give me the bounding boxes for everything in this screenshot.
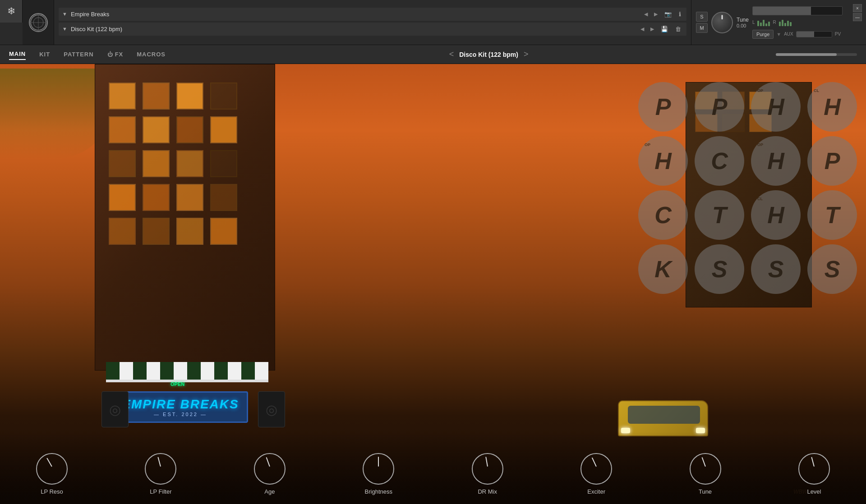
empire-sign-box: EMPIRE BREAKS — EST. 2022 — <box>113 391 248 423</box>
prev-preset[interactable]: ◀ <box>639 26 645 32</box>
purge-button[interactable]: Purge <box>752 30 774 39</box>
tune-bottom-label: Tune <box>699 488 712 495</box>
tune-bottom-knob[interactable] <box>690 453 721 485</box>
main-building <box>95 64 275 371</box>
lp-reso-knob[interactable] <box>36 453 68 485</box>
empire-sign-sub: — EST. 2022 — <box>121 412 240 417</box>
tab-fx[interactable]: ⏻ FX <box>107 49 124 60</box>
pad-letter-s3: S <box>825 256 840 283</box>
pad-letter-p2: P <box>712 93 728 120</box>
arrow-down-2[interactable]: ▼ <box>62 26 67 32</box>
next-preset[interactable]: ▶ <box>649 26 655 32</box>
pad-p3[interactable]: P <box>807 136 857 186</box>
window-cell <box>109 116 136 143</box>
knob-control-level: Level <box>798 453 830 495</box>
next-preset-nav[interactable]: > <box>524 50 529 59</box>
age-label: Age <box>264 488 275 495</box>
pad-h2-cl[interactable]: CL H <box>807 82 857 132</box>
window-cell <box>143 116 170 143</box>
pad-h5-cl[interactable]: CL H <box>751 190 801 240</box>
pad-letter-h1: H <box>767 93 784 120</box>
pad-s2[interactable]: S <box>751 244 801 294</box>
top-bar: ❄ ▼ Empire Breaks ◀ ▶ 📷 ℹ ▼ Disco Kit (1… <box>0 0 866 45</box>
main-content: EMPIRE BREAKS — EST. 2022 — OPEN WBW P <box>0 64 866 504</box>
aux-label: AUX <box>784 32 793 37</box>
delete-icon[interactable]: 🗑 <box>673 25 683 33</box>
logo-area <box>23 0 54 45</box>
pad-sub-op1: OP <box>757 88 763 93</box>
pad-p2[interactable]: P <box>695 82 744 132</box>
pad-sub-cl1: CL <box>814 88 819 93</box>
pad-letter-s2: S <box>768 256 784 283</box>
tune-value: 0.00 <box>737 23 746 28</box>
pad-letter-p3: P <box>825 147 840 174</box>
pad-t2[interactable]: T <box>807 190 857 240</box>
pad-p1[interactable]: P <box>638 82 688 132</box>
dr-mix-knob[interactable] <box>472 453 503 485</box>
minimize-button[interactable]: — <box>853 13 862 21</box>
speaker-right <box>258 391 285 427</box>
pad-letter-h3: H <box>654 147 672 174</box>
window-controls: × — <box>851 2 864 47</box>
building-windows <box>95 64 275 263</box>
close-button[interactable]: × <box>853 4 862 12</box>
main-fader[interactable] <box>752 6 843 15</box>
logo-icon <box>29 13 48 32</box>
pad-s1[interactable]: S <box>695 244 744 294</box>
knob-control-tune-bottom: Tune <box>690 453 721 495</box>
tune-label-area: Tune 0.00 <box>737 17 749 28</box>
tab-macros[interactable]: MACROS <box>137 49 166 60</box>
pad-letter-t1: T <box>712 202 727 229</box>
info-icon[interactable]: ℹ <box>677 10 683 18</box>
knob-control-brightness: Brightness <box>363 453 394 495</box>
tab-pattern[interactable]: PATTERN <box>64 49 93 60</box>
prev-instrument[interactable]: ◀ <box>643 11 649 17</box>
pad-h4-op[interactable]: OP H <box>751 136 801 186</box>
pv-label: PV <box>835 32 841 37</box>
brightness-knob[interactable] <box>363 453 394 485</box>
snowflake-icon: ❄ <box>7 5 15 17</box>
channel-fader-area: L R Purge <box>752 6 849 39</box>
awning <box>106 362 268 382</box>
purge-arrow[interactable]: ▼ <box>776 32 781 37</box>
pad-h1-op[interactable]: OP H <box>751 82 801 132</box>
open-sign: OPEN <box>170 381 184 387</box>
tab-kit[interactable]: KIT <box>39 49 50 60</box>
camera-icon[interactable]: 📷 <box>663 10 673 18</box>
pad-letter-h5: H <box>767 202 784 229</box>
level-knob[interactable] <box>798 453 830 485</box>
level-label: Level <box>807 488 821 495</box>
m-button[interactable]: M <box>696 23 708 33</box>
age-knob[interactable] <box>254 453 286 485</box>
window-cell <box>143 150 170 177</box>
speaker-left <box>101 391 129 427</box>
preset-name-nav: Disco Kit (122 bpm) <box>459 51 518 58</box>
pad-letter-c2: C <box>654 202 672 229</box>
pad-t1[interactable]: T <box>695 190 744 240</box>
next-instrument[interactable]: ▶ <box>653 11 659 17</box>
pad-s3[interactable]: S <box>807 244 857 294</box>
taxi-car <box>618 400 708 436</box>
right-controls: S M Tune 0.00 L <box>691 0 853 45</box>
exciter-label: Exciter <box>587 488 605 495</box>
aux-fader[interactable] <box>796 31 832 37</box>
window-cell <box>210 218 237 245</box>
tab-main[interactable]: MAIN <box>9 49 26 60</box>
prev-preset-nav[interactable]: < <box>449 50 454 59</box>
pad-sub-op3: OP <box>757 142 763 147</box>
s-button[interactable]: S <box>696 12 708 22</box>
volume-bar[interactable] <box>776 53 857 56</box>
pad-h3-op[interactable]: OP H <box>638 136 688 186</box>
pad-c2[interactable]: C <box>638 190 688 240</box>
s-m-buttons: S M <box>696 12 708 33</box>
r-label: R <box>773 20 776 25</box>
pad-k1[interactable]: K <box>638 244 688 294</box>
pad-sub-op2: OP <box>645 142 650 147</box>
pad-c1[interactable]: C <box>695 136 744 186</box>
save-icon[interactable]: 💾 <box>659 25 670 33</box>
tune-knob[interactable] <box>711 12 733 33</box>
arrow-down-1[interactable]: ▼ <box>62 11 67 17</box>
exciter-knob[interactable] <box>580 453 612 485</box>
lp-filter-knob[interactable] <box>145 453 176 485</box>
window-cell <box>210 82 237 110</box>
